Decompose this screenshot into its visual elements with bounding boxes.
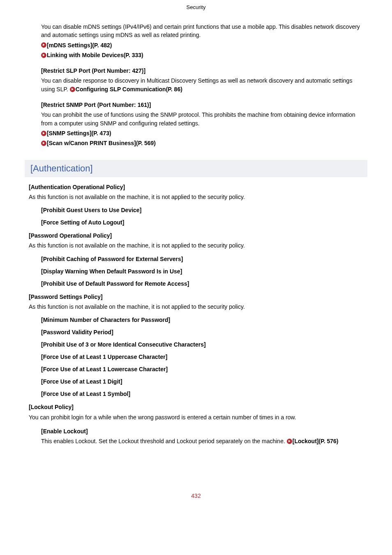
snmp-link1[interactable]: [SNMP Settings](P. 473) (41, 129, 363, 137)
auth-op-item2: [Force Setting of Auto Logout] (41, 219, 363, 226)
snmp-link1-text: [SNMP Settings](P. 473) (47, 130, 111, 136)
play-icon (287, 439, 292, 444)
slp-link[interactable]: Configuring SLP Communication(P. 86) (70, 86, 182, 92)
snmp-link2[interactable]: [Scan w/Canon PRINT Business](P. 569) (41, 139, 363, 147)
snmp-link2-text: [Scan w/Canon PRINT Business](P. 569) (47, 140, 156, 146)
snmp-heading: [Restrict SNMP Port (Port Number: 161)] (41, 101, 363, 109)
auth-op-heading: [Authentication Operational Policy] (29, 183, 363, 191)
section-title-authentication: [Authentication] (25, 160, 367, 177)
pwd-op-text: As this function is not available on the… (29, 241, 363, 250)
pwd-set-item4: [Force Use of at Least 1 Uppercase Chara… (41, 354, 363, 360)
slp-block: [Restrict SLP Port (Port Number: 427)] Y… (41, 67, 363, 93)
pwd-set-item7: [Force Use of at Least 1 Symbol] (41, 391, 363, 397)
intro-text: You can disable mDNS settings (IPv4/IPv6… (41, 23, 363, 39)
intro-link1-text: [mDNS Settings](P. 482) (47, 42, 112, 49)
auth-op-text: As this function is not available on the… (29, 193, 363, 201)
slp-heading: [Restrict SLP Port (Port Number: 427)] (41, 67, 363, 75)
pwd-op-heading: [Password Operational Policy] (29, 231, 363, 240)
slp-text: You can disable response to discovery in… (41, 76, 363, 93)
intro-block: You can disable mDNS settings (IPv4/IPv6… (41, 23, 363, 59)
lockout-sub-text-a: This enables Lockout. Set the Lockout th… (41, 438, 287, 444)
pwd-set-heading: [Password Settings Policy] (29, 293, 363, 301)
auth-op-block: [Authentication Operational Policy] As t… (29, 183, 363, 226)
lockout-heading: [Lockout Policy] (29, 403, 363, 411)
lockout-sub-text: This enables Lockout. Set the Lockout th… (41, 437, 363, 445)
page-number: 432 (0, 451, 392, 507)
lockout-block: [Lockout Policy] You can prohibit login … (29, 403, 363, 445)
pwd-set-block: [Password Settings Policy] As this funct… (29, 293, 363, 398)
snmp-block: [Restrict SNMP Port (Port Number: 161)] … (41, 101, 363, 147)
intro-link1[interactable]: [mDNS Settings](P. 482) (41, 41, 363, 49)
lockout-sub-heading: [Enable Lockout] (41, 427, 363, 435)
play-icon (41, 131, 46, 136)
lockout-text: You can prohibit login for a while when … (29, 413, 363, 421)
play-icon (41, 141, 46, 146)
header-title: Security (187, 4, 206, 10)
intro-link2[interactable]: Linking with Mobile Devices(P. 333) (41, 51, 363, 59)
slp-link-text: Configuring SLP Communication(P. 86) (76, 86, 182, 92)
pwd-set-item1: [Minimum Number of Characters for Passwo… (41, 317, 363, 323)
pwd-set-item3: [Prohibit Use of 3 or More Identical Con… (41, 341, 363, 348)
page-header: Security (0, 0, 392, 23)
auth-op-item1: [Prohibit Guest Users to Use Device] (41, 207, 363, 213)
snmp-text: You can prohibit the use of functions us… (41, 111, 363, 127)
pwd-set-text: As this function is not available on the… (29, 303, 363, 311)
pwd-set-item6: [Force Use of at Least 1 Digit] (41, 378, 363, 385)
lockout-sub-link[interactable]: [Lockout](P. 576) (287, 438, 339, 444)
play-icon (41, 42, 46, 48)
pwd-set-item2: [Password Validity Period] (41, 329, 363, 335)
pwd-set-item5: [Force Use of at Least 1 Lowercase Chara… (41, 366, 363, 372)
play-icon (70, 87, 75, 92)
pwd-op-block: [Password Operational Policy] As this fu… (29, 231, 363, 287)
intro-link2-text: Linking with Mobile Devices(P. 333) (47, 52, 143, 58)
pwd-op-item3: [Prohibit Use of Default Password for Re… (41, 280, 363, 287)
content-area: You can disable mDNS settings (IPv4/IPv6… (0, 23, 392, 446)
pwd-op-item2: [Display Warning When Default Password I… (41, 268, 363, 275)
lockout-sub-link-text: [Lockout](P. 576) (293, 438, 339, 444)
pwd-op-item1: [Prohibit Caching of Password for Extern… (41, 256, 363, 262)
play-icon (41, 53, 46, 58)
